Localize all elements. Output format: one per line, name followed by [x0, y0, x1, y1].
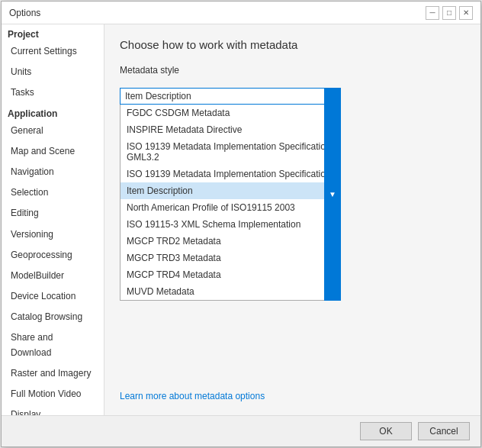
sidebar-item-display[interactable]: Display: [2, 404, 104, 415]
close-button[interactable]: ✕: [459, 6, 473, 20]
sidebar-item-selection[interactable]: Selection: [2, 182, 104, 203]
cancel-button[interactable]: Cancel: [418, 422, 470, 440]
dropdown-display[interactable]: Item Description ▼: [120, 88, 341, 105]
sidebar-item-general[interactable]: General: [2, 121, 104, 141]
page-title: Choose how to work with metadata: [120, 38, 465, 51]
dialog-body: ProjectCurrent SettingsUnitsTasksApplica…: [2, 24, 480, 415]
dropdown-option-na-profile[interactable]: North American Profile of ISO19115 2003: [120, 199, 340, 216]
dropdown-option-item-desc[interactable]: Item Description: [120, 182, 340, 199]
sidebar-item-current-settings[interactable]: Current Settings: [2, 41, 104, 62]
minimize-button[interactable]: ─: [426, 6, 439, 20]
metadata-style-label: Metadata style: [120, 65, 465, 76]
sidebar-item-tasks[interactable]: Tasks: [2, 82, 104, 103]
dropdown-option-iso-3-xml[interactable]: ISO 19115-3 XML Schema Implementation: [120, 216, 340, 233]
learn-more-row: Learn more about metadata options: [120, 383, 465, 401]
sidebar-item-map-and-scene[interactable]: Map and Scene: [2, 141, 104, 162]
sidebar-item-device-location[interactable]: Device Location: [2, 286, 104, 307]
sidebar-group-project: Project: [2, 24, 104, 41]
sidebar-item-versioning[interactable]: Versioning: [2, 224, 104, 245]
dropdown-option-iso-gml[interactable]: ISO 19139 Metadata Implementation Specif…: [120, 138, 340, 166]
sidebar-item-share-and-download[interactable]: Share and Download: [2, 327, 104, 363]
sidebar: ProjectCurrent SettingsUnitsTasksApplica…: [2, 24, 104, 415]
dropdown-list: FGDC CSDGM MetadataINSPIRE Metadata Dire…: [120, 105, 341, 301]
dropdown-selected-value: Item Description: [125, 91, 191, 102]
dropdown-option-mgcp-trd3[interactable]: MGCP TRD3 Metadata: [120, 250, 340, 266]
metadata-style-dropdown[interactable]: Item Description ▼ FGDC CSDGM MetadataIN…: [120, 88, 341, 301]
dropdown-option-mgcp-trd4[interactable]: MGCP TRD4 Metadata: [120, 266, 340, 283]
dropdown-option-fgdc[interactable]: FGDC CSDGM Metadata: [120, 105, 340, 121]
sidebar-item-editing[interactable]: Editing: [2, 203, 104, 224]
dropdown-option-mgcp-trd2[interactable]: MGCP TRD2 Metadata: [120, 233, 340, 250]
title-bar: Options ─ □ ✕: [2, 2, 480, 24]
options-dialog: Options ─ □ ✕ ProjectCurrent SettingsUni…: [1, 1, 481, 447]
learn-more-link[interactable]: Learn more about metadata options: [120, 391, 265, 401]
dropdown-option-muvd[interactable]: MUVD Metadata: [120, 283, 340, 300]
main-content: Choose how to work with metadata Metadat…: [104, 24, 480, 415]
sidebar-item-navigation[interactable]: Navigation: [2, 162, 104, 182]
dialog-footer: OK Cancel: [2, 415, 480, 446]
maximize-button[interactable]: □: [442, 6, 456, 20]
sidebar-item-catalog-browsing[interactable]: Catalog Browsing: [2, 307, 104, 327]
sidebar-group-application: Application: [2, 104, 104, 121]
dropdown-option-iso-19139[interactable]: ISO 19139 Metadata Implementation Specif…: [120, 166, 340, 182]
ok-button[interactable]: OK: [360, 422, 412, 440]
dropdown-option-inspire[interactable]: INSPIRE Metadata Directive: [120, 121, 340, 138]
window-controls: ─ □ ✕: [426, 6, 473, 20]
dropdown-arrow-icon[interactable]: ▼: [324, 88, 341, 301]
sidebar-item-modelbuilder[interactable]: ModelBuilder: [2, 266, 104, 286]
sidebar-item-raster-and-imagery[interactable]: Raster and Imagery: [2, 363, 104, 384]
sidebar-item-full-motion-video[interactable]: Full Motion Video: [2, 384, 104, 404]
sidebar-item-geoprocessing[interactable]: Geoprocessing: [2, 245, 104, 266]
sidebar-item-units[interactable]: Units: [2, 62, 104, 82]
dialog-title: Options: [9, 8, 40, 18]
